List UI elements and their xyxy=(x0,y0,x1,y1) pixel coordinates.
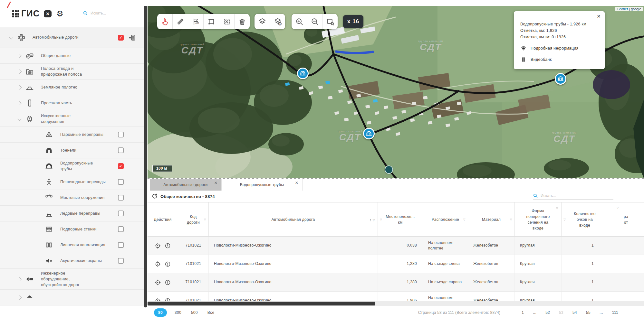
page-number-button[interactable]: 52 xyxy=(545,310,550,315)
settings-gear-icon[interactable]: ⚙ xyxy=(56,10,64,18)
layer-visibility-checkbox[interactable] xyxy=(118,179,124,185)
layer-tree-item[interactable]: Тоннели xyxy=(0,143,144,158)
column-header[interactable]: Местоположе... км▽ xyxy=(378,202,423,236)
layer-tree-item[interactable]: Ливневая канализация xyxy=(0,237,144,253)
filter-icon[interactable]: ▽ xyxy=(617,206,619,210)
chevron-down-icon[interactable] xyxy=(9,35,13,40)
page-number-button[interactable]: 111 xyxy=(612,310,618,315)
column-header[interactable]: Код дороги▽ xyxy=(178,202,209,236)
scrollbar-thumb[interactable] xyxy=(148,302,375,305)
zoom-in-button[interactable] xyxy=(292,14,307,29)
layer-visibility-checkbox[interactable]: ✓ xyxy=(118,163,124,169)
layer-visibility-checkbox[interactable] xyxy=(118,132,124,137)
layers-button[interactable] xyxy=(255,14,270,29)
tab-inactive[interactable]: Автомобильные дороги✕ xyxy=(150,179,221,191)
page-size-button[interactable]: 80 xyxy=(154,308,167,317)
column-header[interactable]: ра от▽ xyxy=(608,202,644,236)
column-header[interactable]: Материал▽ xyxy=(468,202,515,236)
table-row[interactable]: 7101021Новолокти-Мизоново-Ожогино1,280На… xyxy=(148,273,644,292)
popup-link-videobank[interactable]: Видеобанк xyxy=(520,56,598,63)
culvert-marker[interactable] xyxy=(555,73,566,85)
layer-search-input[interactable] xyxy=(90,11,139,16)
layer-visibility-checkbox[interactable] xyxy=(118,258,124,264)
measure-button[interactable] xyxy=(173,14,188,29)
page-number-button[interactable]: 54 xyxy=(572,310,577,315)
filter-icon[interactable]: ▽ xyxy=(563,218,566,222)
table-row[interactable]: 7101021Новолокти-Мизоново-Ожогино1,280На… xyxy=(148,255,644,273)
layer-tree-item[interactable]: Автомобильные дороги✓ xyxy=(0,27,144,48)
locate-on-map-icon[interactable] xyxy=(154,279,161,286)
chevron-down-icon[interactable] xyxy=(17,117,22,121)
layer-tree-item[interactable]: Земляное полотно xyxy=(0,80,144,95)
layer-tree-item[interactable]: Проезжая часть xyxy=(0,95,144,111)
layer-visibility-checkbox[interactable] xyxy=(118,242,124,248)
layer-visibility-checkbox[interactable] xyxy=(118,195,124,201)
layer-search[interactable] xyxy=(83,11,139,17)
column-header[interactable]: Автомобильная дорога↑ ▽ xyxy=(209,202,378,236)
page-number-button[interactable]: 1 xyxy=(522,310,524,315)
layer-tree-item[interactable] xyxy=(0,290,144,305)
refresh-icon[interactable] xyxy=(151,193,158,200)
locate-on-map-icon[interactable] xyxy=(154,261,161,267)
column-header[interactable]: Расположение▽ xyxy=(423,202,468,236)
page-size-button[interactable]: Все xyxy=(207,310,215,315)
culvert-marker[interactable] xyxy=(297,68,309,79)
filter-icon[interactable]: ▽ xyxy=(556,206,558,211)
table-search[interactable] xyxy=(533,193,613,200)
layer-visibility-checkbox[interactable] xyxy=(118,147,124,153)
layer-tree-item[interactable]: Мостовые сооружения xyxy=(0,190,144,206)
map-cluster-marker[interactable] xyxy=(385,165,393,174)
layer-tree-item[interactable]: Инженерное оборудование, обустройство до… xyxy=(0,269,144,290)
table-row[interactable]: 7101021Новолокти-Мизоново-Ожогино1,906На… xyxy=(148,292,644,301)
table-row[interactable]: 7101021Новолокти-Мизоново-Ожогино0,038На… xyxy=(148,237,644,255)
trash-button[interactable] xyxy=(235,14,250,29)
zoom-box-button[interactable] xyxy=(322,14,338,29)
layer-tree-item[interactable]: Подпорные стенки xyxy=(0,221,144,237)
column-header[interactable]: Действия xyxy=(148,202,178,236)
layer-tree-item[interactable]: Водопропускные трубы✓ xyxy=(0,158,144,174)
hand-button[interactable] xyxy=(157,14,173,29)
filter-icon[interactable]: ▽ xyxy=(380,218,382,222)
label-ab-button[interactable]: AB xyxy=(188,14,204,29)
layer-visibility-checkbox[interactable] xyxy=(118,226,124,232)
exit-button[interactable]: ✕ xyxy=(43,10,52,18)
polygon-select-button[interactable] xyxy=(204,14,219,29)
layer-tree-item[interactable]: Искусственные сооружения xyxy=(0,111,144,127)
page-size-button[interactable]: 500 xyxy=(191,310,198,315)
culvert-marker[interactable] xyxy=(363,128,375,139)
deselect-button[interactable] xyxy=(219,14,235,29)
table-search-input[interactable] xyxy=(540,193,613,198)
page-size-button[interactable]: 300 xyxy=(175,310,181,315)
page-number-button[interactable]: 55 xyxy=(586,310,591,315)
popup-close-icon[interactable]: ✕ xyxy=(597,14,601,19)
chevron-right-icon[interactable] xyxy=(17,296,22,300)
layer-tree-item[interactable]: Полоса отвода и придорожная полоса xyxy=(0,64,144,80)
layer-visibility-checkbox[interactable]: ✓ xyxy=(118,35,124,41)
chevron-right-icon[interactable] xyxy=(17,277,22,281)
map-canvas[interactable]: AB o x 16 ✕ Водопропускные трубы - 1,926… xyxy=(148,6,644,179)
layer-tree-item[interactable]: Акустические экраны xyxy=(0,253,144,269)
column-header[interactable]: Форма поперечного сечения на входе▽ xyxy=(515,202,562,236)
info-icon[interactable] xyxy=(164,242,171,249)
legend-icon[interactable] xyxy=(128,34,136,42)
chevron-right-icon[interactable] xyxy=(17,70,22,74)
layer-tree-item[interactable]: Ледовые переправы xyxy=(0,206,144,221)
tab-close-icon[interactable]: ✕ xyxy=(214,181,217,185)
panel-splitter[interactable] xyxy=(144,6,147,307)
chevron-right-icon[interactable] xyxy=(17,85,22,89)
column-header[interactable]: Количество очков на входе▽ xyxy=(562,202,608,236)
tab-active[interactable]: Водопропускные трубы✕ xyxy=(221,179,303,191)
sort-ascending-icon[interactable]: ↑ ▽ xyxy=(370,217,375,223)
leaflet-link[interactable]: Leaflet xyxy=(617,7,628,11)
layer-tree-item[interactable]: Пешеходные переходы xyxy=(0,174,144,190)
tab-close-icon[interactable]: ✕ xyxy=(295,181,298,185)
layers-off-button[interactable]: o xyxy=(270,14,285,29)
info-icon[interactable] xyxy=(164,261,171,267)
layer-tree-item[interactable]: Паромные переправы xyxy=(0,127,144,143)
layer-visibility-checkbox[interactable] xyxy=(118,211,124,216)
filter-icon[interactable]: ▽ xyxy=(510,218,512,222)
chevron-right-icon[interactable] xyxy=(17,101,22,105)
popup-link-details[interactable]: Подробная информация xyxy=(520,45,598,52)
horizontal-scrollbar[interactable] xyxy=(148,301,644,306)
locate-on-map-icon[interactable] xyxy=(154,242,161,249)
